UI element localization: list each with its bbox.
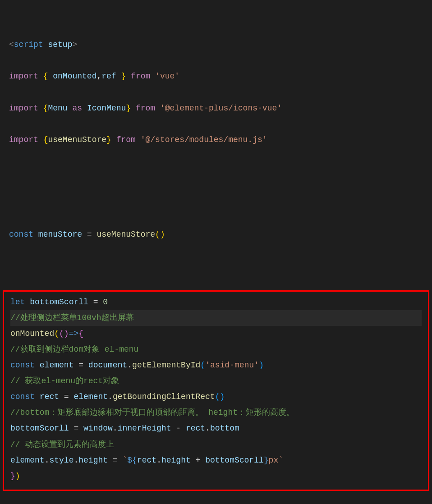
code-line: //处理侧边栏菜单100vh超出屏幕 [10,310,422,326]
code-line: let bottomScorll = 0 [10,294,422,310]
highlighted-block: let bottomScorll = 0 //处理侧边栏菜单100vh超出屏幕 … [3,290,429,491]
code-line: <script setup> [9,37,423,53]
code-line: bottomScorll = window.innerHeight - rect… [10,421,422,436]
code-line: //bottom：矩形底部边缘相对于视口的顶部的距离。 height：矩形的高度… [10,405,422,421]
code-editor-bottom: </script> <template> <!-- <el-scrollbar … [0,491,432,504]
code-line: const rect = element.getBoundingClientRe… [10,389,422,405]
code-line: element.style.height = `${rect.height + … [10,453,422,468]
code-line: import { onMounted,ref } from 'vue' [9,69,423,84]
blank-line [9,195,423,211]
code-line: const menuStore = useMenuStore() [9,227,423,243]
code-line: }) [10,468,422,484]
code-line: onMounted(()=>{ [10,326,422,342]
blank-line [10,484,422,489]
code-line: import {useMenuStore} from '@/stores/mod… [9,132,423,148]
code-editor: <script setup> import { onMounted,ref } … [0,5,432,290]
code-line: // 获取el-menu的rect对象 [10,373,422,389]
code-line: //获取到侧边栏dom对象 el-menu [10,342,422,357]
code-line: import {Menu as IconMenu} from '@element… [9,101,423,116]
code-line: // 动态设置到元素的高度上 [10,437,422,453]
blank-line [9,259,423,275]
blank-line [9,164,423,179]
code-line: const element = document.getElementById(… [10,357,422,373]
